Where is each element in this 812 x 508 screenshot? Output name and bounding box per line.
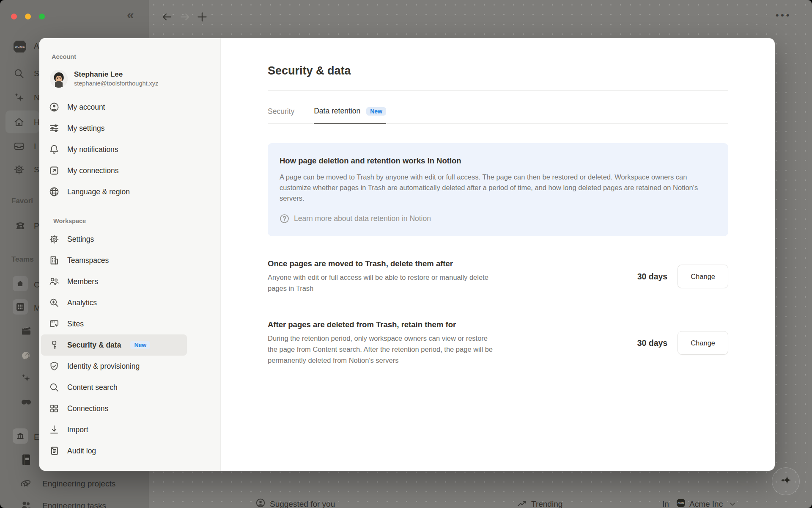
user-email: stephanie@toolsforthought.xyz	[74, 80, 158, 88]
sidebar-item-label: Content search	[67, 383, 118, 392]
change-button[interactable]: Change	[678, 331, 728, 355]
minimize-window-button[interactable]	[25, 14, 31, 19]
person-circle-icon	[49, 102, 60, 113]
teamspace-label-clipped: E	[34, 433, 39, 442]
settings-gear-icon	[13, 164, 25, 176]
setting-description: During the retention period, only worksp…	[268, 333, 498, 366]
trending-icon	[517, 498, 527, 508]
sidebar-item-label: Teamspaces	[67, 256, 109, 265]
user-avatar	[50, 70, 68, 88]
clapperboard-page-icon	[20, 325, 32, 337]
search-icon	[13, 68, 25, 80]
scroll-icon	[49, 445, 60, 456]
notion-ai-fab	[772, 467, 800, 495]
trending-label: Trending	[531, 500, 562, 508]
sidebar-item-my-notifications[interactable]: My notifications	[41, 139, 187, 160]
sidebar-item-label: My connections	[67, 166, 119, 175]
setting-heading: After pages are deleted from Trash, reta…	[268, 320, 505, 329]
teamspaces-section-label: Teams	[11, 255, 34, 264]
sidebar-item-label: Connections	[67, 404, 108, 413]
teamspace-avatar-company	[13, 276, 28, 291]
notebook-page-icon	[20, 453, 32, 466]
sidebar-item-settings[interactable]: Settings	[41, 229, 187, 250]
user-identity: Stephanie Lee stephanie@toolsforthought.…	[74, 70, 158, 88]
arrow-up-right-square-icon	[49, 165, 60, 176]
learn-more-link[interactable]: Learn more about data retention in Notio…	[280, 214, 716, 224]
building-icon	[49, 255, 60, 266]
sidebar-item-identity-provisioning[interactable]: Identity & provisioning	[41, 356, 187, 377]
sparkle-page-icon	[20, 373, 31, 384]
svg-text:ACME: ACME	[15, 45, 25, 49]
new-page-plus-icon[interactable]	[196, 11, 208, 23]
grid-icon	[49, 403, 60, 414]
sidebar-item-label: Sites	[67, 320, 84, 329]
sliders-icon	[49, 123, 60, 134]
workspace-name-clipped: A	[34, 41, 39, 51]
callout-body: A page can be moved to Trash by anyone w…	[280, 172, 716, 203]
setting-row-retention-period: After pages are deleted from Trash, reta…	[268, 320, 728, 366]
screen: « ACME A S N H I S Favori	[0, 0, 812, 508]
browser-cursor-icon	[49, 318, 60, 329]
teamspace-avatar-bank	[13, 428, 28, 444]
workspace-filter-label: Acme Inc	[689, 500, 723, 508]
page-link-engineering-projects: Engineering projects	[42, 479, 115, 489]
setting-actions: 30 days Change	[637, 331, 728, 355]
close-window-button[interactable]	[11, 14, 17, 19]
sidebar-item-my-settings[interactable]: My settings	[41, 118, 187, 139]
forward-arrow-icon[interactable]	[179, 11, 191, 23]
ai-label-clipped: N	[34, 93, 40, 102]
setting-description: Anyone with edit or full access will be …	[268, 272, 498, 294]
sidebar-item-language-region[interactable]: Language & region	[41, 181, 187, 202]
setting-row-trash-delete: Once pages are moved to Trash, delete th…	[268, 259, 728, 294]
sidebar-item-connections[interactable]: Connections	[41, 398, 187, 419]
tab-data-retention[interactable]: Data retention New	[314, 107, 386, 124]
sidebar-item-content-search[interactable]: Content search	[41, 377, 187, 398]
settings-sidebar: Account Stephanie Lee stephanie@	[39, 38, 221, 471]
sidebar-item-sites[interactable]: Sites	[41, 313, 187, 334]
gear-icon	[49, 234, 60, 245]
new-badge: New	[366, 107, 386, 116]
setting-value: 30 days	[637, 272, 668, 282]
sidebar-item-import[interactable]: Import	[41, 419, 187, 440]
sidebar-item-members[interactable]: Members	[41, 271, 187, 292]
key-icon	[49, 340, 60, 351]
sidebar-item-audit-log[interactable]: Audit log	[41, 440, 187, 461]
sidebar-item-teamspaces[interactable]: Teamspaces	[41, 250, 187, 271]
home-label-clipped: H	[34, 118, 40, 127]
back-arrow-icon[interactable]	[161, 11, 173, 23]
inbox-icon	[13, 141, 25, 152]
sidebar-item-label: My settings	[67, 124, 105, 133]
inbox-label-clipped: I	[34, 142, 36, 151]
page-link-engineering-tasks: Engineering tasks	[42, 501, 106, 508]
teamspace-avatar-grid	[13, 299, 28, 315]
user-name: Stephanie Lee	[74, 70, 158, 80]
acme-workspace-logo: ACME	[12, 39, 28, 54]
setting-text: After pages are deleted from Trash, reta…	[268, 320, 505, 366]
sidebar-collapse-icon[interactable]: «	[127, 8, 134, 22]
sidebar-item-my-account[interactable]: My account	[41, 97, 187, 118]
bell-icon	[49, 144, 60, 155]
globe-icon	[49, 186, 60, 197]
people-page-icon	[20, 500, 32, 508]
sidebar-item-label: My notifications	[67, 145, 118, 154]
shell-page-icon	[20, 350, 32, 362]
retention-info-callout: How page deletion and retention works in…	[268, 143, 728, 236]
svg-text:ACME: ACME	[678, 502, 684, 504]
notion-ai-sparkles-icon	[13, 92, 25, 104]
teamspace-label-clipped: C	[34, 280, 40, 290]
home-icon	[13, 116, 25, 128]
learn-more-label: Learn more about data retention in Notio…	[294, 214, 431, 223]
tab-security[interactable]: Security	[268, 107, 294, 124]
change-button[interactable]: Change	[678, 265, 728, 288]
acme-mini-badge: ACME	[675, 498, 686, 508]
setting-text: Once pages are moved to Trash, delete th…	[268, 259, 505, 294]
sidebar-item-security-data[interactable]: Security & data New	[41, 334, 187, 356]
filter-in-label: In	[662, 500, 669, 508]
sidebar-item-analytics[interactable]: Analytics	[41, 292, 187, 313]
dizzy-star-page-icon	[19, 478, 32, 490]
sidebar-item-my-connections[interactable]: My connections	[41, 160, 187, 181]
more-options-icon[interactable]: •••	[776, 10, 791, 20]
setting-actions: 30 days Change	[637, 265, 728, 288]
setting-heading: Once pages are moved to Trash, delete th…	[268, 259, 505, 268]
zoom-window-button[interactable]	[39, 14, 45, 19]
